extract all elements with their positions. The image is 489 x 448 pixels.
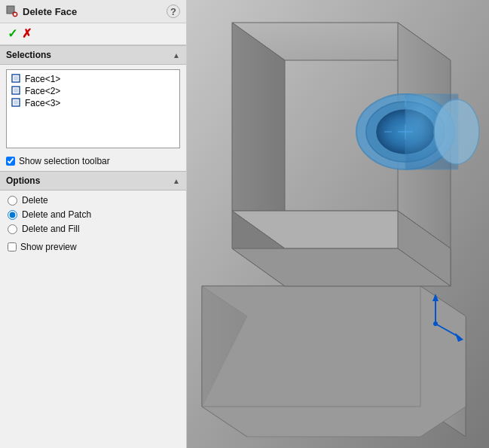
show-toolbar-label[interactable]: Show selection toolbar	[19, 156, 110, 166]
cancel-button[interactable]: ✗	[22, 28, 32, 40]
delete-patch-option-row: Delete and Patch	[8, 209, 179, 220]
3d-model-svg	[187, 0, 489, 448]
delete-fill-label[interactable]: Delete and Fill	[22, 224, 80, 234]
help-button[interactable]: ?	[167, 5, 180, 18]
delete-face-icon	[6, 5, 18, 17]
selection-item-label: Face<1>	[25, 74, 60, 84]
options-title: Options	[6, 175, 40, 186]
svg-marker-20	[202, 286, 420, 407]
delete-option-row: Delete	[8, 195, 179, 206]
selections-section-header[interactable]: Selections ▲	[0, 45, 186, 65]
panel-title: Delete Face	[23, 6, 77, 17]
delete-fill-radio[interactable]	[8, 224, 17, 234]
show-preview-row: Show preview	[0, 239, 186, 255]
show-toolbar-row: Show selection toolbar	[0, 153, 186, 171]
delete-patch-label[interactable]: Delete and Patch	[22, 209, 91, 220]
selections-title: Selections	[6, 50, 51, 60]
ok-button[interactable]: ✓	[8, 28, 17, 40]
title-bar: Delete Face ?	[0, 0, 186, 23]
face-icon	[11, 98, 22, 108]
show-preview-label[interactable]: Show preview	[20, 242, 77, 252]
svg-rect-6	[14, 76, 18, 81]
delete-label[interactable]: Delete	[22, 195, 48, 206]
list-item: Face<2>	[10, 85, 176, 97]
selections-chevron-icon: ▲	[173, 51, 180, 59]
selections-list[interactable]: Face<1> Face<2> Face<3>	[6, 69, 180, 148]
svg-rect-8	[14, 88, 18, 93]
svg-rect-10	[14, 100, 18, 105]
delete-fill-option-row: Delete and Fill	[8, 224, 179, 234]
face-icon	[11, 74, 22, 84]
list-item: Face<3>	[10, 97, 176, 109]
title-left: Delete Face	[6, 5, 77, 17]
options-chevron-icon: ▲	[173, 177, 180, 185]
selection-item-label: Face<2>	[25, 86, 60, 96]
action-bar: ✓ ✗	[0, 23, 186, 45]
svg-point-38	[433, 322, 438, 326]
show-preview-checkbox[interactable]	[8, 242, 17, 251]
selection-item-label: Face<3>	[25, 98, 60, 108]
left-panel: Delete Face ? ✓ ✗ Selections ▲ Face<1> F…	[0, 0, 187, 448]
show-toolbar-checkbox[interactable]	[6, 157, 15, 166]
3d-viewport[interactable]	[187, 0, 489, 448]
delete-patch-radio[interactable]	[8, 210, 17, 220]
list-item: Face<1>	[10, 73, 176, 85]
options-section-header[interactable]: Options ▲	[0, 171, 186, 190]
svg-point-29	[434, 99, 479, 164]
options-content: Delete Delete and Patch Delete and Fill	[0, 190, 186, 239]
face-icon	[11, 86, 22, 96]
delete-radio[interactable]	[8, 196, 17, 206]
